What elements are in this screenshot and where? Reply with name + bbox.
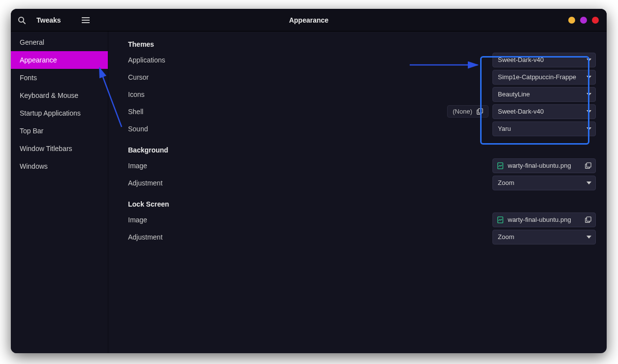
chevron-down-icon bbox=[586, 76, 591, 79]
lockscreen-image-button[interactable]: warty-final-ubuntu.png bbox=[492, 212, 596, 227]
background-adjustment-select[interactable]: Zoom bbox=[492, 176, 596, 190]
sidebar-item-fonts[interactable]: Fonts bbox=[11, 69, 108, 87]
tweaks-window: Tweaks Appearance General Appearance Fon… bbox=[11, 9, 607, 353]
window-controls bbox=[568, 17, 607, 24]
sidebar: General Appearance Fonts Keyboard & Mous… bbox=[11, 31, 108, 353]
select-value: Simp1e-Catppuccin-Frappe bbox=[498, 73, 586, 81]
shell-file-value: (None) bbox=[453, 108, 472, 115]
search-button[interactable] bbox=[11, 9, 33, 31]
sidebar-item-general[interactable]: General bbox=[11, 33, 108, 51]
row-label: Adjustment bbox=[128, 233, 163, 241]
row-label: Image bbox=[128, 216, 147, 224]
shell-file-button[interactable]: (None) bbox=[447, 105, 488, 118]
shell-theme-select[interactable]: Sweet-Dark-v40 bbox=[492, 104, 596, 119]
file-open-icon bbox=[585, 216, 591, 223]
row-label: Applications bbox=[128, 56, 165, 64]
svg-rect-3 bbox=[82, 20, 90, 21]
file-name: warty-final-ubuntu.png bbox=[508, 162, 581, 169]
select-value: Zoom bbox=[498, 179, 586, 186]
minimize-button[interactable] bbox=[568, 17, 575, 24]
body: General Appearance Fonts Keyboard & Mous… bbox=[11, 31, 607, 353]
chevron-down-icon bbox=[586, 236, 591, 239]
file-open-icon bbox=[476, 108, 483, 115]
headerbar: Tweaks Appearance bbox=[11, 9, 607, 31]
select-value: Yaru bbox=[498, 125, 586, 132]
image-file-icon bbox=[497, 162, 504, 169]
cursor-theme-select[interactable]: Simp1e-Catppuccin-Frappe bbox=[492, 70, 596, 85]
sidebar-item-label: Keyboard & Mouse bbox=[20, 91, 78, 99]
select-value: Sweet-Dark-v40 bbox=[498, 56, 586, 63]
sidebar-item-top-bar[interactable]: Top Bar bbox=[11, 122, 108, 140]
section-title-lockscreen: Lock Screen bbox=[128, 200, 607, 208]
sidebar-item-startup-applications[interactable]: Startup Applications bbox=[11, 104, 108, 122]
icons-theme-select[interactable]: BeautyLine bbox=[492, 87, 596, 102]
svg-rect-2 bbox=[82, 17, 90, 18]
svg-rect-4 bbox=[82, 22, 90, 23]
row-ls-adjustment: Adjustment Zoom bbox=[128, 228, 607, 245]
row-sound: Sound Yaru bbox=[128, 120, 607, 137]
row-label: Sound bbox=[128, 125, 148, 133]
row-label: Cursor bbox=[128, 73, 149, 81]
page-title: Appearance bbox=[11, 16, 607, 24]
row-shell: Shell (None) Sweet-Dark-v40 bbox=[128, 103, 607, 120]
chevron-down-icon bbox=[586, 182, 591, 184]
applications-theme-select[interactable]: Sweet-Dark-v40 bbox=[492, 53, 596, 67]
sidebar-item-label: Top Bar bbox=[20, 127, 43, 135]
header-left: Tweaks bbox=[11, 9, 97, 31]
row-label: Shell bbox=[128, 108, 143, 116]
row-ls-image: Image warty-final-ubuntu.png bbox=[128, 211, 607, 228]
chevron-down-icon bbox=[586, 59, 591, 61]
lockscreen-adjustment-select[interactable]: Zoom bbox=[492, 230, 596, 244]
sound-theme-select[interactable]: Yaru bbox=[492, 121, 596, 136]
file-name: warty-final-ubuntu.png bbox=[508, 216, 581, 223]
svg-rect-6 bbox=[478, 108, 483, 113]
section-title-background: Background bbox=[128, 146, 607, 154]
row-bg-adjustment: Adjustment Zoom bbox=[128, 174, 607, 191]
row-icons: Icons BeautyLine bbox=[128, 86, 607, 103]
chevron-down-icon bbox=[586, 110, 591, 113]
background-image-button[interactable]: warty-final-ubuntu.png bbox=[492, 158, 596, 173]
file-open-icon bbox=[585, 162, 591, 169]
row-label: Icons bbox=[128, 91, 144, 98]
select-value: Sweet-Dark-v40 bbox=[498, 108, 586, 115]
sidebar-item-window-titlebars[interactable]: Window Titlebars bbox=[11, 140, 108, 157]
chevron-down-icon bbox=[586, 93, 591, 96]
row-bg-image: Image warty-final-ubuntu.png bbox=[128, 157, 607, 174]
row-label: Adjustment bbox=[128, 179, 163, 187]
sidebar-item-label: Windows bbox=[20, 162, 48, 170]
sidebar-item-label: Window Titlebars bbox=[20, 145, 72, 152]
select-value: BeautyLine bbox=[498, 91, 586, 98]
sidebar-item-label: Fonts bbox=[20, 74, 37, 82]
close-button[interactable] bbox=[592, 17, 599, 24]
hamburger-icon bbox=[82, 17, 90, 23]
sidebar-item-label: Appearance bbox=[20, 56, 57, 64]
svg-line-1 bbox=[23, 22, 25, 24]
sidebar-item-keyboard-mouse[interactable]: Keyboard & Mouse bbox=[11, 87, 108, 104]
svg-rect-9 bbox=[586, 162, 591, 167]
chevron-down-icon bbox=[586, 127, 591, 130]
row-cursor: Cursor Simp1e-Catppuccin-Frappe bbox=[128, 68, 607, 86]
select-value: Zoom bbox=[498, 233, 586, 241]
search-icon bbox=[18, 16, 26, 24]
image-file-icon bbox=[497, 216, 504, 223]
row-applications: Applications Sweet-Dark-v40 bbox=[128, 51, 607, 68]
sidebar-item-windows[interactable]: Windows bbox=[11, 157, 108, 175]
section-title-themes: Themes bbox=[128, 40, 607, 48]
sidebar-item-label: Startup Applications bbox=[20, 109, 81, 117]
maximize-button[interactable] bbox=[580, 17, 587, 24]
sidebar-item-appearance[interactable]: Appearance bbox=[11, 51, 108, 69]
sidebar-item-label: General bbox=[20, 38, 44, 46]
content: Themes Applications Sweet-Dark-v40 Curso… bbox=[108, 31, 607, 353]
menu-button[interactable] bbox=[75, 9, 97, 31]
row-label: Image bbox=[128, 162, 147, 170]
app-title: Tweaks bbox=[33, 16, 75, 24]
svg-rect-12 bbox=[586, 216, 591, 221]
